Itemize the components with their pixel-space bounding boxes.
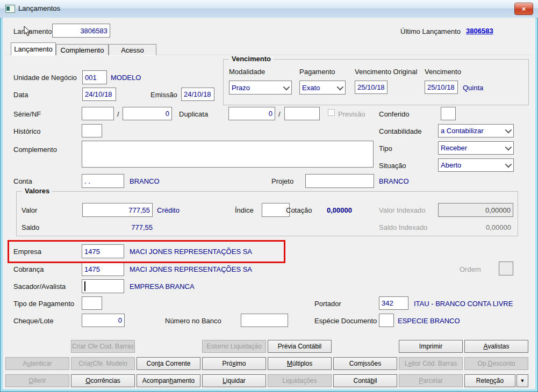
- serie-nf-separator: /: [117, 110, 119, 118]
- tipo-select[interactable]: Receber: [438, 141, 514, 155]
- acompanhamento-button[interactable]: Acompanhamento: [137, 374, 200, 387]
- conta-label: Conta: [13, 177, 32, 185]
- saldo-label: Saldo: [21, 223, 39, 231]
- proximo-button[interactable]: Próximo: [202, 357, 266, 370]
- previsao-checkbox[interactable]: [328, 109, 335, 116]
- chevron-down-icon: [505, 161, 512, 168]
- ordem-input: [499, 262, 513, 275]
- contabilidade-select[interactable]: a Contabilizar: [438, 124, 514, 137]
- retencao-button[interactable]: Retenção: [464, 374, 515, 387]
- historico-label: Histórico: [13, 127, 41, 135]
- complemento-textarea[interactable]: [82, 141, 374, 168]
- cheque-lote-input[interactable]: 0: [82, 314, 125, 327]
- historico-input[interactable]: [82, 124, 102, 137]
- nf-input[interactable]: 0: [123, 107, 172, 120]
- vencimento-original-input[interactable]: 25/10/18: [355, 81, 388, 94]
- conferido-input[interactable]: [441, 107, 456, 120]
- tab-acesso[interactable]: Acesso: [109, 44, 156, 55]
- multiplos-button[interactable]: Múltiplos: [268, 357, 332, 370]
- unidade-negocio-input[interactable]: 001: [82, 70, 107, 84]
- previa-contabil-button[interactable]: Prévia Contábil: [268, 340, 332, 353]
- data-label: Data: [13, 91, 28, 99]
- more-actions-button[interactable]: ▼: [517, 374, 528, 387]
- ultimo-lancamento-link[interactable]: 3806583: [466, 27, 493, 35]
- valor-input[interactable]: 777,55: [82, 203, 153, 217]
- serie-nf-label: Série/NF: [13, 110, 41, 118]
- unidade-negocio-label: Unidade de Negócio: [13, 74, 77, 82]
- tipo-label: Tipo: [379, 144, 392, 153]
- cobranca-label: Cobrança: [13, 265, 44, 273]
- text-caret: [84, 281, 85, 291]
- autenticar-button: Autenticar: [5, 357, 69, 370]
- liquidacoes-button: Liquidações: [268, 374, 332, 387]
- liquidar-button[interactable]: Liquidar: [202, 374, 266, 387]
- tab-complemento[interactable]: Complemento: [56, 44, 109, 55]
- especie-documento-input[interactable]: [379, 314, 394, 327]
- ultimo-lancamento-label: Último Lançamento: [400, 27, 461, 35]
- sacador-avalista-input[interactable]: [82, 279, 124, 293]
- contabilidade-label: Contabilidade: [379, 127, 422, 135]
- pagamento-value: Exato: [302, 84, 320, 92]
- chevron-down-icon: [505, 127, 512, 134]
- cotacao-value: 0,00000: [320, 206, 352, 214]
- unidade-negocio-desc: MODELO: [111, 74, 141, 82]
- window-title: Lançamentos: [18, 4, 60, 12]
- cobranca-input[interactable]: 1475: [82, 262, 124, 276]
- op-desconto-button: Op.Desconto: [464, 357, 528, 370]
- situacao-select[interactable]: Aberto: [438, 158, 514, 172]
- conferido-label: Conferido: [379, 110, 409, 118]
- vencimento-weekday: Quinta: [463, 84, 483, 92]
- sacador-avalista-label: Sacador/Avalista: [13, 282, 66, 291]
- saldo-indexado-label: Saldo Indexado: [379, 223, 427, 231]
- numero-banco-input[interactable]: [241, 314, 288, 327]
- modalidade-select[interactable]: Prazo: [229, 81, 292, 95]
- vencimento-input[interactable]: 25/10/18: [425, 81, 458, 94]
- avalistas-button[interactable]: Avalistas: [464, 340, 528, 353]
- complemento-label: Complemento: [13, 146, 57, 154]
- pagamento-label: Pagamento: [299, 68, 335, 76]
- imprimir-button[interactable]: Imprimir: [399, 340, 463, 353]
- situacao-value: Aberto: [441, 161, 461, 169]
- vencimento-label: Vencimento: [425, 68, 461, 76]
- modalidade-label: Modalidade: [229, 68, 265, 76]
- empresa-highlight-box: [8, 240, 285, 263]
- valor-indexado-input: 0,00000: [438, 203, 513, 217]
- lancamento-number-input[interactable]: 3806583: [52, 24, 110, 38]
- indice-label: Índice: [235, 206, 254, 214]
- projeto-label: Projeto: [271, 177, 293, 185]
- serie-input[interactable]: [82, 107, 114, 120]
- projeto-desc: BRANCO: [379, 177, 409, 185]
- tab-lancamento[interactable]: Lançamento: [11, 42, 56, 55]
- portador-desc: ITAU - BRANCO CONTA LIVRE: [414, 300, 513, 308]
- emissao-label: Emissão: [150, 91, 177, 99]
- saldo-indexado-value: 0,00000: [457, 223, 511, 231]
- duplicata-separator: /: [278, 110, 281, 118]
- title-bar: Lançamentos ×: [0, 0, 538, 18]
- conta-input[interactable]: . .: [82, 174, 124, 188]
- portador-input[interactable]: 342: [379, 296, 408, 310]
- pagamento-select[interactable]: Exato: [299, 81, 346, 95]
- duplicata-label: Duplicata: [179, 110, 208, 118]
- comissoes-button[interactable]: Comissões: [333, 357, 397, 370]
- criar-cfe-cod-barras-button: Criar Cfe Cod. Barras: [71, 340, 135, 353]
- leitor-cod-barras-button: Leitor Cód. Barras: [399, 357, 463, 370]
- criar-cfe-modelo-button: Criar Cfe. Modelo: [71, 357, 135, 370]
- chevron-down-icon: [283, 83, 290, 90]
- estorno-liquidacao-button: Estorno Liquidação: [202, 340, 266, 353]
- conta-corrente-button[interactable]: Conta Corrente: [137, 357, 200, 370]
- tipo-value: Receber: [441, 144, 467, 152]
- contabilidade-value: a Contabilizar: [441, 127, 484, 135]
- conta-desc: BRANCO: [130, 177, 160, 185]
- projeto-input[interactable]: [305, 174, 374, 188]
- emissao-input[interactable]: 24/10/18: [181, 88, 214, 101]
- ordem-label: Ordem: [460, 265, 481, 273]
- numero-banco-label: Número no Banco: [165, 317, 221, 325]
- contabil-button[interactable]: Contábil: [333, 374, 397, 387]
- duplicata-sub-input[interactable]: [284, 107, 320, 120]
- vencimento-original-label: Vencimento Original: [355, 68, 417, 76]
- data-input[interactable]: 24/10/18: [82, 88, 116, 101]
- duplicata-input[interactable]: 0: [228, 107, 275, 120]
- close-icon[interactable]: ×: [514, 3, 533, 15]
- ocorrencias-button[interactable]: Ocorrências: [71, 374, 135, 387]
- tipo-pagamento-input[interactable]: [82, 296, 102, 310]
